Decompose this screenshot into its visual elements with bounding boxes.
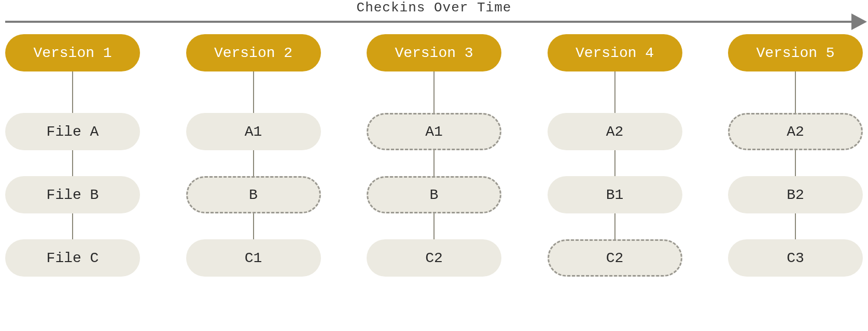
file-node: B1 xyxy=(548,176,682,213)
diagram-title: Checkins Over Time xyxy=(0,0,868,16)
version-header: Version 4 xyxy=(548,34,682,71)
file-node: File C xyxy=(5,239,140,277)
version-column: Version 4 A2 B1 C2 xyxy=(548,34,682,277)
file-node: A1 xyxy=(186,113,321,150)
file-node-unchanged: A1 xyxy=(367,113,501,150)
timeline-arrow-line xyxy=(5,21,852,23)
file-node-unchanged: C2 xyxy=(548,239,682,277)
file-node: File B xyxy=(5,176,140,213)
version-header: Version 2 xyxy=(186,34,321,71)
file-node: C2 xyxy=(367,239,501,277)
version-column: Version 5 A2 B2 C3 xyxy=(728,34,863,277)
diagram: Checkins Over Time Version 1 File A File… xyxy=(0,0,868,331)
column-spine xyxy=(253,53,254,258)
file-node: A2 xyxy=(548,113,682,150)
version-column: Version 2 A1 B C1 xyxy=(186,34,321,277)
version-header: Version 5 xyxy=(728,34,863,71)
column-spine xyxy=(795,53,796,258)
columns-container: Version 1 File A File B File C Version 2… xyxy=(5,34,863,277)
file-node-unchanged: A2 xyxy=(728,113,863,150)
file-node: File A xyxy=(5,113,140,150)
version-column: Version 1 File A File B File C xyxy=(5,34,140,277)
version-header: Version 1 xyxy=(5,34,140,71)
file-node: B2 xyxy=(728,176,863,213)
version-column: Version 3 A1 B C2 xyxy=(367,34,501,277)
file-node-unchanged: B xyxy=(186,176,321,213)
file-node: C3 xyxy=(728,239,863,277)
file-node: C1 xyxy=(186,239,321,277)
timeline-arrow-head-icon xyxy=(851,13,867,30)
column-spine xyxy=(614,53,615,258)
version-header: Version 3 xyxy=(367,34,501,71)
file-node-unchanged: B xyxy=(367,176,501,213)
column-spine xyxy=(72,53,73,258)
column-spine xyxy=(433,53,435,258)
